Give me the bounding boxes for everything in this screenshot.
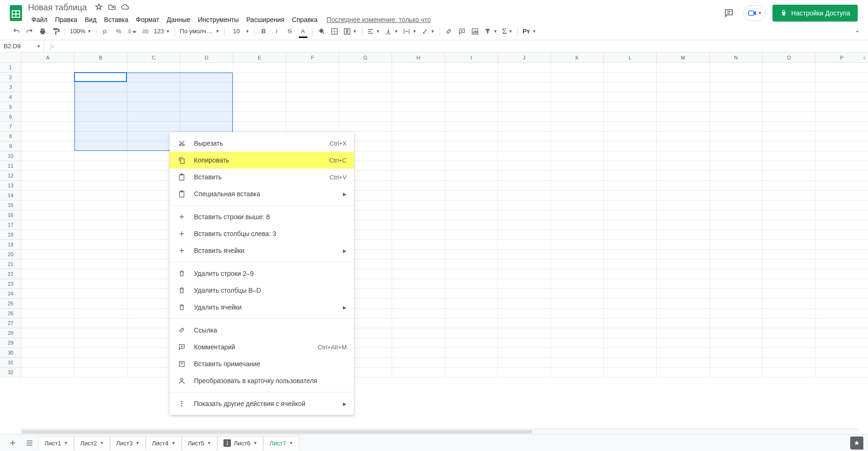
col-header-J[interactable]: J	[498, 52, 551, 62]
cell[interactable]	[180, 82, 233, 92]
col-header-G[interactable]: G	[339, 52, 392, 62]
bold-button[interactable]: B	[258, 25, 270, 37]
cell[interactable]	[445, 368, 498, 377]
cell[interactable]	[763, 92, 816, 102]
cell[interactable]	[445, 269, 498, 279]
cell[interactable]	[604, 200, 657, 210]
cell[interactable]	[710, 368, 763, 377]
cell[interactable]	[657, 259, 710, 269]
cell[interactable]	[498, 73, 551, 82]
menu-расширения[interactable]: Расширения	[243, 15, 288, 24]
row-header-31[interactable]: 31	[0, 358, 22, 368]
cell[interactable]	[710, 181, 763, 191]
cells[interactable]	[22, 63, 868, 377]
format-percent-button[interactable]: %	[112, 25, 125, 37]
decrease-decimals-button[interactable]: .0	[126, 25, 138, 37]
cell[interactable]	[657, 338, 710, 348]
paint-format-button[interactable]	[50, 25, 62, 37]
cell[interactable]	[657, 63, 710, 73]
cell[interactable]	[498, 250, 551, 259]
cell[interactable]	[22, 191, 74, 200]
cell[interactable]	[604, 309, 657, 318]
cell[interactable]	[816, 122, 868, 132]
font-select[interactable]: По умолча…▼	[178, 28, 222, 35]
cell[interactable]	[604, 289, 657, 299]
cell[interactable]	[763, 161, 816, 171]
cell[interactable]	[604, 82, 657, 92]
cell[interactable]	[445, 122, 498, 132]
cell[interactable]	[604, 240, 657, 250]
cell[interactable]	[763, 171, 816, 181]
row-header-29[interactable]: 29	[0, 338, 22, 348]
cell[interactable]	[74, 112, 127, 122]
cell[interactable]	[22, 200, 74, 210]
cell[interactable]	[74, 348, 127, 358]
cell[interactable]	[657, 132, 710, 141]
cell[interactable]	[392, 210, 445, 220]
cell[interactable]	[710, 230, 763, 240]
cell[interactable]	[551, 102, 604, 112]
cell[interactable]	[233, 73, 286, 82]
cell[interactable]	[710, 73, 763, 82]
cell[interactable]	[445, 141, 498, 151]
cell[interactable]	[392, 112, 445, 122]
merge-cells-button[interactable]: ▼	[341, 28, 359, 35]
cell[interactable]	[445, 210, 498, 220]
cell[interactable]	[816, 171, 868, 181]
cell[interactable]	[498, 63, 551, 73]
cell[interactable]	[604, 220, 657, 230]
cell[interactable]	[22, 141, 74, 151]
cell[interactable]	[22, 279, 74, 289]
cell[interactable]	[710, 279, 763, 289]
cell[interactable]	[339, 73, 392, 82]
cell[interactable]	[763, 191, 816, 200]
cell[interactable]	[498, 289, 551, 299]
cell[interactable]	[498, 220, 551, 230]
cell[interactable]	[74, 191, 127, 200]
cell[interactable]	[657, 318, 710, 328]
row-header-16[interactable]: 16	[0, 210, 22, 220]
cell[interactable]	[657, 240, 710, 250]
cell[interactable]	[604, 299, 657, 309]
cell[interactable]	[710, 269, 763, 279]
functions-button[interactable]: Σ▼	[500, 27, 514, 36]
cell[interactable]	[657, 269, 710, 279]
sheet-tab-Лист2[interactable]: Лист2▼	[74, 436, 110, 450]
row-header-5[interactable]: 5	[0, 102, 22, 112]
cell[interactable]	[710, 200, 763, 210]
chevron-down-icon[interactable]: ▼	[253, 441, 258, 445]
cloud-icon[interactable]	[121, 3, 129, 13]
row-header-15[interactable]: 15	[0, 200, 22, 210]
chevron-down-icon[interactable]: ▼	[207, 441, 211, 445]
cell[interactable]	[339, 112, 392, 122]
cell[interactable]	[710, 318, 763, 328]
cell[interactable]	[657, 358, 710, 368]
cell[interactable]	[816, 73, 868, 82]
cell[interactable]	[763, 299, 816, 309]
cell[interactable]	[74, 338, 127, 348]
cell[interactable]	[551, 151, 604, 161]
cell[interactable]	[551, 181, 604, 191]
cell[interactable]	[604, 279, 657, 289]
cell[interactable]	[392, 181, 445, 191]
cell[interactable]	[22, 289, 74, 299]
cell[interactable]	[816, 141, 868, 151]
cell[interactable]	[816, 151, 868, 161]
cell[interactable]	[392, 161, 445, 171]
menu-данные[interactable]: Данные	[163, 15, 194, 24]
text-wrap-button[interactable]: ▼	[401, 28, 418, 35]
cell[interactable]	[445, 200, 498, 210]
insert-chart-button[interactable]	[469, 25, 481, 37]
cell[interactable]	[498, 368, 551, 377]
cell[interactable]	[604, 328, 657, 338]
cell[interactable]	[74, 73, 127, 82]
italic-button[interactable]: I	[271, 25, 283, 37]
zoom-select[interactable]: 100%▼	[68, 28, 93, 35]
row-header-14[interactable]: 14	[0, 191, 22, 200]
cell[interactable]	[657, 250, 710, 259]
row-header-2[interactable]: 2	[0, 73, 22, 82]
cell[interactable]	[498, 259, 551, 269]
cell[interactable]	[763, 112, 816, 122]
cell[interactable]	[74, 181, 127, 191]
cell[interactable]	[710, 102, 763, 112]
